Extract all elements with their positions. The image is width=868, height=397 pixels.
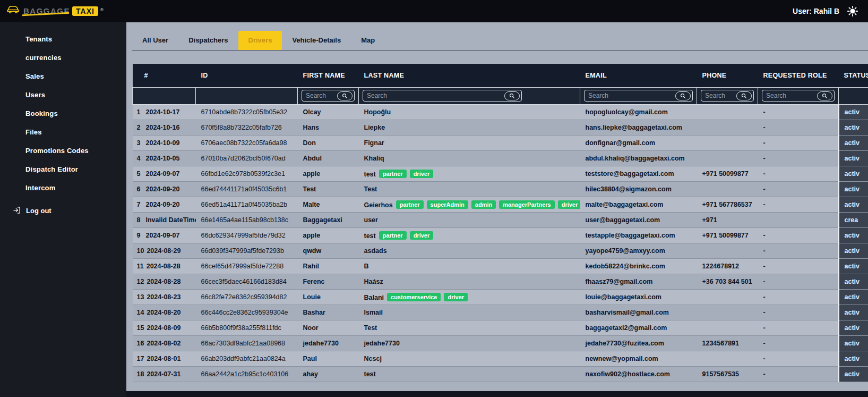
search-icon[interactable] [504, 91, 520, 100]
cell-phone: 1224678912 [697, 258, 758, 274]
search-input-phone[interactable] [705, 92, 733, 99]
cell-status: crea [839, 212, 868, 227]
role-tag: customerservice [387, 293, 441, 301]
cell-num-date: 122024-08-28 [133, 274, 196, 289]
cell-num-date: 92024-09-07 [133, 227, 196, 243]
sidebar-item-dispatch-editor[interactable]: Dispatch Editor [0, 160, 126, 179]
search-input-first-name[interactable] [306, 92, 334, 99]
table-body: 12024-10-176710abde8b7322c05fb05e32Olcay… [133, 104, 868, 382]
table-row[interactable]: 92024-09-0766dc629347999af5fde79d32apple… [133, 227, 868, 243]
cell-num-date: 112024-08-28 [133, 258, 196, 274]
tab-map[interactable]: Map [351, 31, 385, 50]
row-number: 15 [137, 324, 144, 332]
role-tag: partner [379, 231, 407, 240]
cell-last-name: Balanicustomerservicedriver [359, 289, 580, 305]
cell-requested-role: - [758, 243, 839, 258]
sidebar-item-log-out[interactable]: Log out [0, 201, 126, 220]
search-row [133, 87, 868, 104]
sidebar-nav: TenantscurrenciesSalesUsersBookingsFiles… [0, 30, 126, 197]
last-name-text: Balani [364, 294, 384, 301]
tab-vehicle-details[interactable]: Vehicle-Details [282, 31, 351, 50]
search-icon[interactable] [337, 91, 353, 100]
cell-first-name: Abdul [298, 150, 359, 166]
cell-num-date: 12024-10-17 [133, 104, 196, 120]
cell-requested-role: - [758, 120, 839, 135]
cell-requested-role: - [758, 135, 839, 150]
table-row[interactable]: 132024-08-2366c82fe72e8362c959394d82Loui… [133, 289, 868, 305]
table-row[interactable]: 162024-08-0266ac7303df9abfc21aa08968jeda… [133, 335, 868, 351]
cell-phone: 1234567891 [697, 335, 758, 351]
table-row[interactable]: 52024-09-0766fbd1e62c978b0539f2c3e1apple… [133, 166, 868, 181]
cell-status: activ [839, 150, 868, 166]
last-name-text: asdads [364, 247, 387, 255]
row-date: 2024-10-05 [146, 155, 180, 162]
table-row[interactable]: 62024-09-2066ed74441171a0f45035c6b1TestT… [133, 181, 868, 197]
cell-requested-role: - [758, 197, 839, 212]
column-header-id: ID [196, 64, 298, 87]
cell-status: activ [839, 274, 868, 289]
cell-email: louie@baggagetaxi.com [580, 289, 697, 305]
table-row[interactable]: 102024-08-2966d039f347999af5fde7293bqwdw… [133, 243, 868, 258]
table-row[interactable]: 182024-07-3166aa2442a1c2b95c1c403106ahay… [133, 366, 868, 382]
theme-toggle-sun-icon[interactable] [847, 5, 858, 17]
cell-requested-role [758, 212, 839, 227]
cell-first-name: qwdw [298, 243, 359, 258]
column-header-phone: PHONE [697, 64, 758, 87]
table-row[interactable]: 42024-10-0567010ba7d2062bcf50f670adAbdul… [133, 150, 868, 166]
row-date: 2024-09-20 [146, 185, 180, 193]
search-icon[interactable] [736, 91, 752, 100]
sidebar-item-intercom[interactable]: Intercom [0, 179, 126, 197]
table-row[interactable]: 152024-08-0966b5b800f9f38a255f811fdcNoor… [133, 320, 868, 335]
cell-num-date: 32024-10-09 [133, 135, 196, 150]
last-name-text: Haász [364, 278, 383, 285]
last-name-text: Test [364, 324, 377, 332]
tab-all-user[interactable]: All User [132, 31, 178, 50]
sidebar-item-currencies[interactable]: currencies [0, 48, 126, 67]
row-date: 2024-10-09 [146, 139, 180, 147]
search-icon[interactable] [675, 91, 691, 100]
sidebar-item-bookings[interactable]: Bookings [0, 104, 126, 123]
table-row[interactable]: 122024-08-2866cec3f5daec46166d183d84Fere… [133, 274, 868, 289]
cell-email: user@baggagetaxi.com [580, 212, 697, 227]
cell-status: activ [839, 166, 868, 181]
cell-num-date: 152024-08-09 [133, 320, 196, 335]
cell-last-name: testpartnerdriver [359, 166, 580, 181]
search-input-last-name[interactable] [367, 92, 501, 99]
search-input-requested-role[interactable] [766, 92, 814, 99]
cell-last-name: test [359, 366, 580, 382]
search-icon[interactable] [817, 91, 832, 100]
cell-email: kedob58224@brinkc.com [580, 258, 697, 274]
search-box-email [584, 90, 693, 102]
tab-drivers[interactable]: Drivers [238, 31, 282, 50]
table-row[interactable]: 22024-10-16670f5f8a8b7322c05fafb726HansL… [133, 120, 868, 135]
tab-dispatchers[interactable]: Dispatchers [178, 31, 238, 50]
table-row[interactable]: 172024-08-0166ab203ddf9abfc21aa0824aPaul… [133, 351, 868, 366]
cell-requested-role: - [758, 166, 839, 181]
table-row[interactable]: 12024-10-176710abde8b7322c05fb05e32Olcay… [133, 104, 868, 120]
row-date: 2024-08-29 [147, 247, 181, 255]
table-row[interactable]: 112024-08-2866cef65d47999af5fde72288Rahi… [133, 258, 868, 274]
sidebar-item-tenants[interactable]: Tenants [0, 30, 126, 48]
cell-email: donfignar@gmail.com [580, 135, 697, 150]
last-name-text: Geierhos [364, 201, 393, 209]
cell-id: 66ed74441171a0f45035c6b1 [196, 181, 298, 197]
sidebar-item-promotions-codes[interactable]: Promotions Codes [0, 141, 126, 160]
search-input-email[interactable] [588, 92, 672, 99]
cell-status: activ [839, 335, 868, 351]
table-row[interactable]: 8Invalid DateTime66e1465a4ae115ab98cb138… [133, 212, 868, 227]
cell-phone [697, 289, 758, 305]
last-name-text: Khaliq [364, 155, 384, 162]
row-date: 2024-08-23 [147, 293, 181, 301]
sidebar-item-sales[interactable]: Sales [0, 67, 126, 86]
table-row[interactable]: 32024-10-096706aec08b7322c05fa6da98DonFi… [133, 135, 868, 150]
cell-status: activ [839, 366, 868, 382]
sidebar-item-files[interactable]: Files [0, 123, 126, 141]
column-header-num: # [133, 64, 196, 87]
last-name-text: test [364, 171, 376, 178]
table-row[interactable]: 142024-08-2066c446cc2e8362c95939304eBash… [133, 305, 868, 320]
table-row[interactable]: 72024-09-2066ed51a41171a0f45035ba2bMalte… [133, 197, 868, 212]
bottom-scroll-strip[interactable] [126, 391, 868, 397]
cell-requested-role: - [758, 150, 839, 166]
sidebar-item-users[interactable]: Users [0, 86, 126, 104]
cell-requested-role: - [758, 274, 839, 289]
